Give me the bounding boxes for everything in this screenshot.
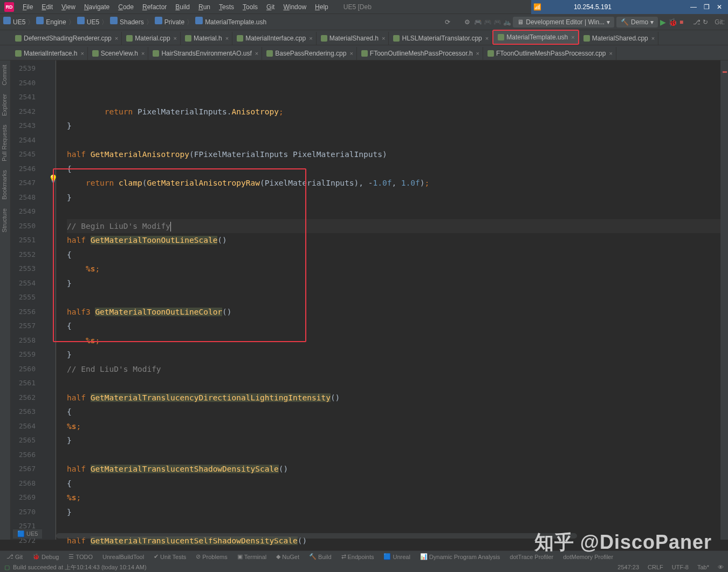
side-tab-pull-requests[interactable]: Pull Requests (0, 120, 9, 166)
git-update-icon[interactable]: ↻ (703, 18, 710, 26)
sync-icon[interactable]: ⟳ (445, 18, 452, 26)
close-icon[interactable]: × (651, 35, 655, 42)
close-icon[interactable]: × (255, 50, 258, 57)
code-line[interactable]: half3 GetMaterialToonOutLineColor() (67, 305, 728, 319)
code-line[interactable]: { (67, 476, 728, 491)
close-icon[interactable]: × (485, 35, 489, 42)
menu-help[interactable]: Help (311, 1, 333, 13)
tab-ftoonoutlinemeshpassprocessor-h[interactable]: FToonOutlineMeshPassProcessor.h× (357, 47, 483, 60)
scrollbar-horizontal[interactable] (56, 533, 577, 539)
line-separator[interactable]: CRLF (648, 564, 663, 570)
gear-icon[interactable]: ⚙ (464, 18, 472, 26)
close-icon[interactable]: × (225, 35, 229, 42)
tab-material-cpp[interactable]: Material.cpp× (122, 32, 181, 45)
project-label[interactable]: 🟦 UE5 (13, 529, 42, 539)
scrollbar-vertical[interactable] (720, 60, 728, 540)
minimize-button[interactable]: — (687, 3, 700, 11)
maximize-button[interactable]: ❐ (700, 3, 713, 11)
code-editor[interactable]: return PixelMaterialInputs.Anisotropy;} … (56, 60, 728, 540)
tab-deferredshadingrenderer-cpp[interactable]: DeferredShadingRenderer.cpp× (11, 32, 122, 45)
code-line[interactable] (67, 133, 728, 148)
code-line[interactable] (67, 290, 728, 305)
code-line[interactable]: half GetMaterialToonOutLineScale() (67, 233, 728, 248)
code-line[interactable]: } (67, 190, 728, 205)
code-line[interactable]: %s; (67, 333, 728, 348)
breadcrumb-item[interactable]: Shaders (110, 18, 144, 26)
reader-mode-icon[interactable]: 👁 (718, 564, 724, 570)
tool-dynamic-program-analysis[interactable]: 📊Dynamic Program Analysis (416, 552, 504, 561)
tab-ftoonoutlinemeshpassprocessor-cpp[interactable]: FToonOutlineMeshPassProcessor.cpp× (483, 47, 616, 60)
side-tab-explorer[interactable]: Explorer (0, 90, 9, 120)
menu-view[interactable]: View (57, 1, 80, 13)
bike-icon[interactable]: 🚲 (503, 18, 511, 26)
code-line[interactable]: %s; (67, 419, 728, 434)
git-label[interactable]: Git: (715, 18, 725, 26)
tool-unrealbuildtool[interactable]: UnrealBuildTool (98, 553, 148, 561)
tool-nuget[interactable]: ◆NuGet (272, 552, 304, 561)
menu-tests[interactable]: Tests (215, 1, 238, 13)
menu-tools[interactable]: Tools (238, 1, 262, 13)
close-icon[interactable]: × (476, 50, 479, 57)
breadcrumb-item[interactable]: Engine (36, 18, 66, 26)
code-line[interactable]: } (67, 119, 728, 133)
tool-problems[interactable]: ⊘Problems (191, 552, 231, 561)
code-line[interactable]: return PixelMaterialInputs.Anisotropy; (67, 105, 728, 119)
code-line[interactable]: } (67, 433, 728, 448)
code-line[interactable] (67, 205, 728, 219)
indent-mode[interactable]: Tab* (697, 564, 709, 570)
code-line[interactable]: return clamp(GetMaterialAnisotropyRaw(Pi… (67, 176, 728, 190)
menu-git[interactable]: Git (262, 1, 279, 13)
close-icon[interactable]: × (571, 34, 574, 40)
stop-button[interactable]: ■ (679, 18, 683, 26)
tab-materialtemplate-ush[interactable]: MaterialTemplate.ush× (492, 30, 579, 45)
code-line[interactable]: half GetMaterialAnisotropy(FPixelMateria… (67, 147, 728, 162)
tab-materialshared-h[interactable]: MaterialShared.h× (317, 32, 389, 45)
tab-materialinterface-h[interactable]: MaterialInterface.h× (11, 47, 88, 60)
close-icon[interactable]: × (115, 35, 118, 42)
tab-material-h[interactable]: Material.h× (181, 32, 232, 45)
tab-materialshared-cpp[interactable]: MaterialShared.cpp× (579, 32, 659, 45)
menu-refactor[interactable]: Refactor (138, 1, 171, 13)
error-marker[interactable] (723, 71, 727, 73)
code-line[interactable]: %s; (67, 262, 728, 276)
menu-run[interactable]: Run (194, 1, 215, 13)
code-line[interactable]: // Begin LiuD's Modify (67, 219, 728, 234)
tab-materialinterface-cpp[interactable]: MaterialInterface.cpp× (232, 32, 317, 45)
code-line[interactable]: half GetMaterialTranslucentShadowDensity… (67, 462, 728, 476)
menu-file[interactable]: File (18, 1, 37, 13)
breadcrumb-item[interactable]: MaterialTemplate.ush (195, 18, 266, 26)
close-icon[interactable]: × (349, 50, 353, 57)
run-button[interactable]: ▶ (660, 18, 666, 26)
breadcrumb-item[interactable]: Private (155, 18, 184, 26)
tab-sceneview-h[interactable]: SceneView.h× (88, 47, 149, 60)
tool-debug[interactable]: 🐞Debug (28, 552, 63, 561)
close-icon[interactable]: × (141, 50, 145, 57)
close-icon[interactable]: × (382, 35, 385, 42)
breadcrumb-item[interactable]: UE5 (3, 18, 25, 26)
side-tab-commit[interactable]: Commit (0, 60, 9, 90)
side-tab-bookmarks[interactable]: Bookmarks (0, 166, 9, 204)
tab-hlslmaterialtranslator-cpp[interactable]: HLSLMaterialTranslator.cpp× (389, 32, 492, 45)
close-icon[interactable]: × (174, 35, 177, 42)
close-icon[interactable]: × (609, 50, 612, 57)
tool-build[interactable]: 🔨Build (305, 552, 335, 561)
close-icon[interactable]: × (80, 50, 84, 57)
close-button[interactable]: ✕ (713, 3, 726, 11)
menu-code[interactable]: Code (114, 1, 138, 13)
tool-git[interactable]: ⎇Git (2, 552, 27, 561)
menu-build[interactable]: Build (171, 1, 194, 13)
tool-terminal[interactable]: ▣Terminal (233, 552, 271, 561)
code-line[interactable]: %s; (67, 491, 728, 505)
gamepad-icon[interactable]: 🎮 (474, 18, 482, 26)
tool-unreal[interactable]: 🟦Unreal (379, 552, 414, 561)
build-config-dropdown[interactable]: 🖥 Development Editor | Win... ▾ (513, 17, 614, 28)
file-encoding[interactable]: UTF-8 (672, 564, 689, 570)
tab-basepassrendering-cpp[interactable]: BasePassRendering.cpp× (262, 47, 357, 60)
code-line[interactable]: { (67, 162, 728, 176)
code-line[interactable]: } (67, 348, 728, 362)
tool-endpoints[interactable]: ⇄Endpoints (337, 552, 379, 561)
side-tab-structure[interactable]: Structure (0, 204, 9, 237)
menu-edit[interactable]: Edit (37, 1, 57, 13)
menu-window[interactable]: Window (279, 1, 311, 13)
tool-todo[interactable]: ☰TODO (64, 552, 97, 561)
